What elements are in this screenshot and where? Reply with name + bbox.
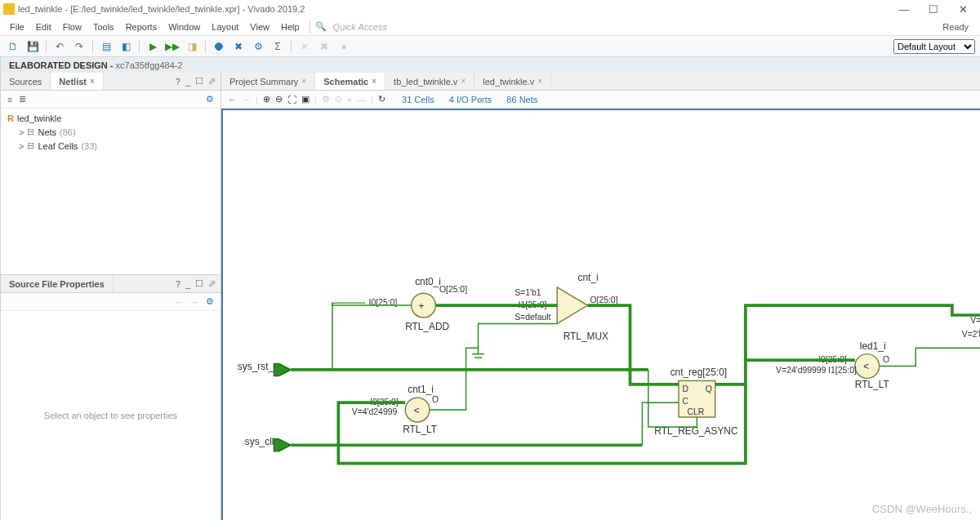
refresh-icon[interactable]: ↻ bbox=[378, 94, 385, 104]
float-icon[interactable]: ⬀ bbox=[208, 76, 216, 87]
tree-leafcells[interactable]: > ⊟ Leaf Cells (33) bbox=[7, 139, 214, 153]
divider bbox=[310, 20, 310, 33]
dot-icon[interactable]: ● bbox=[336, 38, 352, 55]
quick-access-field[interactable]: Quick Access bbox=[328, 22, 387, 32]
maximize-icon[interactable]: ☐ bbox=[195, 76, 203, 87]
menu-help[interactable]: Help bbox=[276, 20, 305, 33]
ports-link[interactable]: 4 I/O Ports bbox=[449, 95, 492, 104]
tab-project-summary[interactable]: Project Summary× bbox=[221, 73, 315, 90]
chip-icon[interactable]: ◨ bbox=[184, 38, 200, 55]
expand-icon[interactable]: ⊙ bbox=[335, 94, 342, 104]
tab-tb-led-twinkle[interactable]: tb_led_twinkle.v× bbox=[385, 73, 474, 90]
back-icon[interactable]: ← bbox=[175, 297, 184, 307]
menu-file[interactable]: File bbox=[5, 20, 29, 33]
svg-text:S=default: S=default bbox=[514, 313, 550, 322]
toolbar: 🗋 💾 ↶ ↷ ▤ ◧ ▶ ▶▶ ◨ ⯃ ✖ ⚙ Σ ✕ ✖ ● Default… bbox=[0, 36, 980, 57]
svg-text:V=2'b01 S=1'b1: V=2'b01 S=1'b1 bbox=[970, 316, 980, 325]
gear-icon[interactable]: ⚙ bbox=[206, 94, 214, 104]
menu-reports[interactable]: Reports bbox=[121, 20, 163, 33]
play-icon[interactable]: ▶ bbox=[145, 38, 161, 55]
zoom-fit-icon[interactable]: ⛶ bbox=[287, 95, 296, 104]
zoom-out-icon[interactable]: ⊖ bbox=[275, 94, 283, 104]
menu-tools[interactable]: Tools bbox=[88, 20, 119, 33]
minimize-button[interactable]: — bbox=[890, 1, 918, 17]
forward-icon[interactable]: → bbox=[190, 297, 199, 307]
svg-marker-1 bbox=[274, 364, 292, 376]
minimize-icon[interactable]: _ bbox=[185, 279, 190, 289]
svg-text:O[25:0]: O[25:0] bbox=[439, 285, 467, 294]
tab-led-twinkle[interactable]: led_twinkle.v× bbox=[474, 73, 551, 90]
forward-icon[interactable]: → bbox=[242, 95, 251, 104]
gear-icon[interactable]: ⚙ bbox=[322, 94, 330, 104]
gear-icon[interactable]: ⚙ bbox=[206, 296, 214, 307]
svg-text:D: D bbox=[683, 384, 689, 393]
float-icon[interactable]: ⬀ bbox=[208, 278, 216, 289]
elaborated-design-bar: ELABORATED DESIGN - xc7a35tfgg484-2 ? ✕ bbox=[1, 57, 980, 73]
menubar: File Edit Flow Tools Reports Window Layo… bbox=[0, 18, 980, 36]
x1-icon[interactable]: ✕ bbox=[296, 38, 313, 55]
tree-nets[interactable]: > ⊟ Nets (86) bbox=[7, 125, 214, 139]
svg-text:CLR: CLR bbox=[687, 407, 704, 416]
help-icon[interactable]: ? bbox=[176, 279, 180, 289]
sigma-icon[interactable]: Σ bbox=[270, 38, 286, 55]
svg-text:cnt1_i: cnt1_i bbox=[408, 384, 434, 395]
svg-text:sys_clk: sys_clk bbox=[245, 436, 277, 447]
maximize-icon[interactable]: ☐ bbox=[195, 278, 203, 289]
svg-text:V=24'd99999: V=24'd99999 bbox=[776, 366, 826, 375]
close-button[interactable]: ✕ bbox=[949, 1, 977, 17]
plus-icon[interactable]: + bbox=[347, 95, 352, 104]
close-icon[interactable]: × bbox=[537, 77, 542, 86]
menu-flow[interactable]: Flow bbox=[58, 20, 87, 33]
svg-text:cnt_i: cnt_i bbox=[578, 272, 599, 283]
close-icon[interactable]: × bbox=[461, 77, 466, 86]
close-icon[interactable]: × bbox=[301, 77, 306, 86]
app-icon bbox=[3, 3, 15, 15]
play-step-icon[interactable]: ▶▶ bbox=[164, 38, 180, 55]
status-label: Ready bbox=[942, 22, 975, 32]
undo-icon[interactable]: ↶ bbox=[51, 38, 68, 55]
nets-link[interactable]: 86 Nets bbox=[506, 95, 537, 104]
netlist-panel: Sources Netlist× ? _ ☐ ⬀ ≡ ≣ ⚙ bbox=[1, 73, 220, 275]
tab-schematic[interactable]: Schematic× bbox=[315, 73, 385, 90]
expand-all-icon[interactable]: ≣ bbox=[19, 94, 26, 104]
save-icon[interactable]: 💾 bbox=[24, 38, 41, 55]
menu-edit[interactable]: Edit bbox=[31, 20, 56, 33]
maximize-button[interactable]: ☐ bbox=[920, 1, 947, 17]
stop-icon[interactable]: ⯃ bbox=[211, 38, 227, 55]
device-label: xc7a35tfgg484-2 bbox=[116, 60, 183, 70]
svg-text:<: < bbox=[414, 405, 420, 416]
layout-selector[interactable]: Default Layout bbox=[893, 39, 975, 54]
svg-text:sys_rst_n: sys_rst_n bbox=[238, 361, 279, 372]
x2-icon[interactable]: ✖ bbox=[316, 38, 332, 55]
svg-text:S=1'b1: S=1'b1 bbox=[514, 288, 541, 297]
cube-icon[interactable]: ◧ bbox=[118, 38, 134, 55]
tree-icon[interactable]: ▤ bbox=[98, 38, 114, 55]
menu-view[interactable]: View bbox=[245, 20, 274, 33]
cells-link[interactable]: 31 Cells bbox=[402, 95, 434, 104]
collapse-all-icon[interactable]: ≡ bbox=[7, 95, 12, 104]
redo-icon[interactable]: ↷ bbox=[71, 38, 87, 55]
close-icon[interactable]: × bbox=[90, 77, 95, 86]
minimize-icon[interactable]: _ bbox=[185, 77, 190, 87]
back-icon[interactable]: ← bbox=[228, 95, 237, 104]
cancel-icon[interactable]: ✖ bbox=[230, 38, 247, 55]
menu-layout[interactable]: Layout bbox=[207, 20, 243, 33]
tab-netlist[interactable]: Netlist× bbox=[51, 73, 103, 90]
help-icon[interactable]: ? bbox=[176, 77, 180, 87]
zoom-area-icon[interactable]: ▣ bbox=[301, 94, 310, 104]
titlebar: led_twinkle - [E:/led_twinkle/led_twinkl… bbox=[0, 0, 980, 18]
tree-root[interactable]: R led_twinkle bbox=[7, 112, 214, 125]
zoom-in-icon[interactable]: ⊕ bbox=[263, 94, 270, 104]
menu-window[interactable]: Window bbox=[163, 20, 205, 33]
close-icon[interactable]: × bbox=[372, 77, 376, 86]
schematic-panel: Project Summary× Schematic× tb_led_twink… bbox=[221, 73, 980, 520]
minus-icon[interactable]: — bbox=[357, 95, 366, 104]
svg-text:C: C bbox=[683, 397, 689, 406]
svg-text:cnt0_i: cnt0_i bbox=[415, 276, 441, 287]
tab-sources[interactable]: Sources bbox=[1, 73, 51, 90]
settings-icon[interactable]: ⚙ bbox=[250, 38, 266, 55]
new-icon[interactable]: 🗋 bbox=[5, 38, 21, 55]
schematic-canvas[interactable]: .wire{stroke:#2a9020;stroke-width:1;fill… bbox=[221, 109, 980, 520]
svg-text:+: + bbox=[419, 300, 425, 312]
props-empty-msg: Select an object to see properties bbox=[1, 311, 220, 520]
